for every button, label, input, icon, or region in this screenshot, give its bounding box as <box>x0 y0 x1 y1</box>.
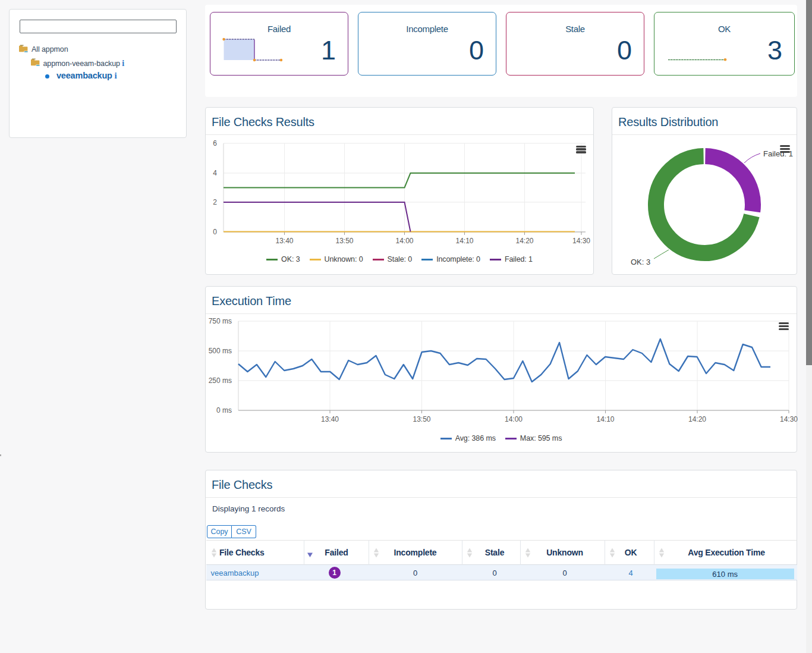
svg-text:14:30: 14:30 <box>572 237 590 245</box>
svg-text:13:40: 13:40 <box>275 237 293 245</box>
svg-text:250 ms: 250 ms <box>209 376 232 385</box>
svg-text:14:20: 14:20 <box>688 415 706 423</box>
svg-text:OK: 3: OK: 3 <box>631 258 650 266</box>
svg-text:6: 6 <box>213 139 217 147</box>
svg-text:2: 2 <box>213 198 217 206</box>
svg-text:14:10: 14:10 <box>596 415 614 423</box>
svg-text:14:10: 14:10 <box>455 237 473 245</box>
svg-text:13:50: 13:50 <box>413 415 430 423</box>
svg-text:14:00: 14:00 <box>395 237 413 245</box>
svg-text:0: 0 <box>213 228 217 236</box>
svg-text:14:20: 14:20 <box>515 237 533 245</box>
svg-text:13:50: 13:50 <box>335 237 353 245</box>
svg-text:4: 4 <box>213 169 217 177</box>
svg-text:14:30: 14:30 <box>780 415 798 423</box>
svg-text:14:00: 14:00 <box>505 415 523 423</box>
svg-text:13:40: 13:40 <box>321 415 339 423</box>
svg-text:750 ms: 750 ms <box>209 317 232 325</box>
svg-text:500 ms: 500 ms <box>209 347 232 355</box>
svg-text:0 ms: 0 ms <box>216 406 232 415</box>
